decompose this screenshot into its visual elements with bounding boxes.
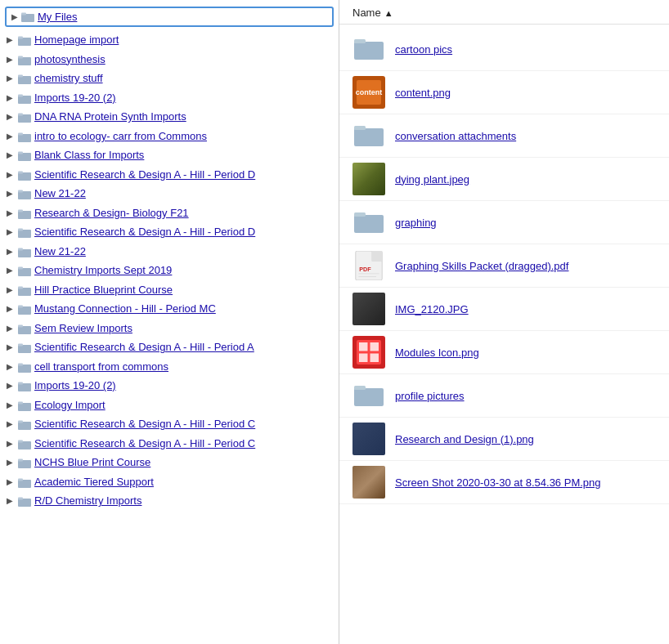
tree-item-label[interactable]: Scientific Research & Design A - Hill - … [34, 339, 254, 356]
tree-item[interactable]: ▶ photosynthesis [0, 50, 339, 69]
tree-item[interactable]: ▶ DNA RNA Protein Synth Imports [0, 107, 339, 127]
sort-arrow-icon: ▲ [384, 8, 393, 18]
tree-item-label[interactable]: Hill Practice Blueprint Course [34, 282, 173, 298]
file-name-label[interactable]: profile pictures [395, 390, 465, 402]
tree-item-label[interactable]: Blank Class for Imports [34, 147, 144, 163]
svg-rect-36 [18, 344, 23, 347]
tree-item-label[interactable]: Scientific Research & Design A - Hill - … [34, 416, 255, 432]
file-item[interactable]: Modules Icon.png [339, 331, 669, 374]
tree-item-label[interactable]: cell transport from commons [34, 359, 168, 375]
tree-item[interactable]: ▶ Blank Class for Imports [0, 145, 339, 165]
file-name-label[interactable]: Research and Design (1).png [395, 433, 534, 445]
tree-item-arrow-icon: ▶ [7, 245, 15, 257]
file-item[interactable]: IMG_2120.JPG [339, 288, 669, 331]
tree-item-label[interactable]: Scientific Research & Design A - Hill - … [34, 436, 255, 452]
tree-item-label[interactable]: Mustang Connection - Hill - Period MC [34, 301, 216, 317]
tree-item[interactable]: ▶ Academic Tiered Support [0, 472, 339, 492]
file-item[interactable]: Research and Design (1).png [339, 418, 669, 461]
file-name-label[interactable]: Modules Icon.png [395, 347, 479, 359]
tree-item[interactable]: ▶ R/D Chemistry Imports [0, 491, 339, 511]
tree-item-label[interactable]: Homepage import [34, 32, 119, 48]
tree-item-folder-icon [18, 323, 31, 333]
svg-rect-44 [18, 421, 23, 423]
tree-item-label[interactable]: Chemistry Imports Sept 2019 [34, 262, 172, 279]
img2120-thumb-icon [352, 293, 385, 325]
tree-item-label[interactable]: NCHS Blue Print Course [34, 454, 150, 471]
tree-item-label[interactable]: photosynthesis [34, 51, 106, 68]
file-name-label[interactable]: Graphing Skills Packet (dragged).pdf [395, 260, 568, 272]
file-item[interactable]: PDF Graphing Skills Packet (dragged).pdf [339, 244, 669, 288]
tree-item[interactable]: ▶ intro to ecology- carr from Commons [0, 127, 339, 146]
tree-item-label[interactable]: Ecology Import [34, 397, 106, 414]
tree-item[interactable]: ▶ Ecology Import [0, 396, 339, 415]
file-name-label[interactable]: graphing [395, 217, 437, 229]
tree-item-arrow-icon: ▶ [7, 168, 15, 181]
tree-item[interactable]: ▶ Homepage import [0, 30, 339, 50]
tree-item[interactable]: ▶ Imports 19-20 (2) [0, 376, 339, 396]
folder-thumb-icon [352, 206, 385, 239]
svg-rect-61 [372, 251, 383, 262]
tree-item-label[interactable]: DNA RNA Protein Synth Imports [34, 109, 186, 125]
tree-item-label[interactable]: Sem Review Imports [34, 320, 132, 337]
tree-item-label[interactable]: Academic Tiered Support [34, 474, 154, 490]
tree-item-label[interactable]: Scientific Research & Design A - Hill - … [34, 167, 255, 183]
file-list-header: Name ▲ [339, 0, 669, 25]
tree-item[interactable]: ▶ Mustang Connection - Hill - Period MC [0, 299, 339, 319]
tree-item-label[interactable]: New 21-22 [34, 186, 86, 202]
tree-item[interactable]: ▶ New 21-22 [0, 242, 339, 262]
file-item[interactable]: Screen Shot 2020-03-30 at 8.54.36 PM.png [339, 461, 669, 504]
file-name-label[interactable]: IMG_2120.JPG [395, 303, 469, 315]
file-name-label[interactable]: Screen Shot 2020-03-30 at 8.54.36 PM.png [395, 476, 601, 489]
svg-rect-38 [18, 363, 23, 365]
tree-item-label[interactable]: chemistry stuff [34, 70, 103, 87]
tree-item[interactable]: ▶ Scientific Research & Design A - Hill … [0, 414, 339, 434]
tree-item-label[interactable]: R/D Chemistry Imports [34, 493, 141, 509]
svg-rect-26 [18, 248, 23, 250]
tree-item-arrow-icon: ▶ [7, 302, 15, 315]
file-name-label[interactable]: dying plant.jpeg [395, 173, 469, 186]
tree-item-label[interactable]: Research & Design- Biology F21 [34, 205, 189, 221]
file-name-label[interactable]: cartoon pics [395, 43, 452, 56]
file-item[interactable]: cartoon pics [339, 28, 669, 71]
tree-item[interactable]: ▶ chemistry stuff [0, 69, 339, 88]
tree-item-folder-icon [18, 246, 31, 257]
file-name-label[interactable]: conversation attachments [395, 130, 516, 142]
tree-item[interactable]: ▶ Scientific Research & Design A - Hill … [0, 222, 339, 242]
tree-item-label[interactable]: Scientific Research & Design A - Hill - … [34, 224, 255, 240]
tree-item[interactable]: ▶ New 21-22 [0, 184, 339, 203]
file-item[interactable]: dying plant.jpeg [339, 158, 669, 201]
tree-item-folder-icon [18, 438, 31, 449]
tree-item[interactable]: ▶ Sem Review Imports [0, 319, 339, 338]
tree-item[interactable]: ▶ Imports 19-20 (2) [0, 88, 339, 108]
research-thumb-icon [352, 423, 385, 455]
svg-rect-28 [18, 267, 23, 270]
tree-item[interactable]: ▶ Scientific Research & Design A - Hill … [0, 165, 339, 185]
tree-item[interactable]: ▶ Research & Design- Biology F21 [0, 203, 339, 223]
tree-item-label[interactable]: Imports 19-20 (2) [34, 90, 116, 106]
svg-rect-6 [18, 56, 23, 58]
tree-item-label[interactable]: Imports 19-20 (2) [34, 378, 116, 394]
svg-rect-40 [18, 382, 23, 385]
file-name-label[interactable]: content.png [395, 87, 451, 99]
tree-root-item[interactable]: ▶ My Files [5, 7, 334, 27]
svg-rect-70 [354, 386, 366, 390]
file-item[interactable]: profile pictures [339, 374, 669, 418]
tree-item-arrow-icon: ▶ [7, 34, 15, 46]
tree-item[interactable]: ▶ Scientific Research & Design A - Hill … [0, 434, 339, 454]
tree-item-folder-icon [18, 226, 31, 237]
tree-item[interactable]: ▶ NCHS Blue Print Course [0, 453, 339, 472]
file-item[interactable]: conversation attachments [339, 114, 669, 158]
tree-item[interactable]: ▶ Hill Practice Blueprint Course [0, 280, 339, 300]
tree-item[interactable]: ▶ cell transport from commons [0, 357, 339, 377]
svg-rect-65 [359, 342, 368, 351]
svg-rect-10 [18, 94, 23, 96]
tree-item-label[interactable]: New 21-22 [34, 244, 86, 260]
tree-item[interactable]: ▶ Scientific Research & Design A - Hill … [0, 338, 339, 357]
file-item[interactable]: graphing [339, 201, 669, 244]
tree-item[interactable]: ▶ Chemistry Imports Sept 2019 [0, 261, 339, 280]
tree-item-arrow-icon: ▶ [7, 456, 15, 468]
root-label[interactable]: My Files [38, 11, 77, 23]
tree-item-label[interactable]: intro to ecology- carr from Commons [34, 128, 207, 145]
tree-item-arrow-icon: ▶ [7, 418, 15, 430]
file-item[interactable]: content content.png [339, 71, 669, 114]
